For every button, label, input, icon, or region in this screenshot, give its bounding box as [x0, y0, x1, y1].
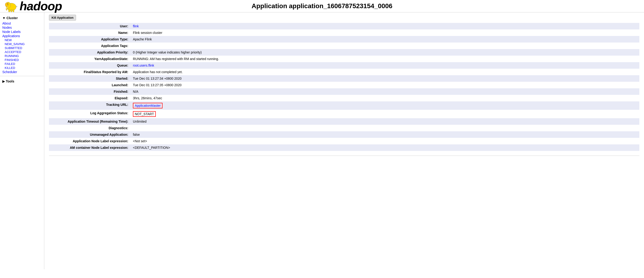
table-row: FinalStatus Reported by AM: Application …: [49, 69, 639, 75]
row-value: flink: [130, 23, 639, 30]
sidebar: ▼ Cluster About Nodes Node Labels Applic…: [0, 12, 44, 269]
footer-divider: [49, 156, 639, 156]
row-value: <DEFAULT_PARTITION>: [130, 144, 639, 151]
table-row: Application Priority: 0 (Higher Integer …: [49, 49, 639, 56]
table-row: Finished: N/A: [49, 88, 639, 95]
sidebar-item-nodes[interactable]: Nodes: [2, 26, 42, 30]
sidebar-item-finished[interactable]: FINISHED: [5, 58, 42, 62]
row-label: Started:: [49, 75, 130, 82]
row-value: [130, 43, 639, 49]
row-value: Application has not completed yet.: [130, 69, 639, 75]
row-value-tracking-url: ApplicationMaster: [130, 101, 639, 110]
sidebar-item-new[interactable]: NEW: [5, 38, 42, 42]
row-label: Unmanaged Application:: [49, 131, 130, 138]
table-row: Diagnostics:: [49, 125, 639, 131]
table-row: Started: Tue Dec 01 13:27:34 +0800 2020: [49, 75, 639, 82]
table-row: Application Node Label expression: <Not …: [49, 138, 639, 144]
sidebar-item-accepted[interactable]: ACCEPTED: [5, 50, 42, 54]
row-value: Unlimited: [130, 118, 639, 125]
row-value: Tue Dec 01 13:27:35 +0800 2020: [130, 82, 639, 88]
table-row: Unmanaged Application: false: [49, 131, 639, 138]
log-status-value: NOT_START: [135, 112, 154, 116]
kill-application-button[interactable]: Kill Application: [49, 15, 76, 21]
row-value: false: [130, 131, 639, 138]
main-content: Kill Application User: flink Name: Flink…: [44, 12, 644, 269]
sidebar-divider: [0, 76, 44, 76]
table-row: Launched: Tue Dec 01 13:27:35 +0800 2020: [49, 82, 639, 88]
sidebar-item-applications[interactable]: Applications: [2, 34, 42, 38]
hadoop-elephant-icon: [5, 0, 19, 13]
row-value: <Not set>: [130, 138, 639, 144]
row-value: Apache Flink: [130, 36, 639, 43]
header: hadoop Application application_160678752…: [0, 0, 644, 12]
row-value-log-status: NOT_START: [130, 110, 639, 118]
cluster-label: Cluster: [6, 16, 18, 20]
table-row: User: flink: [49, 23, 639, 30]
row-label: AM container Node Label expression:: [49, 144, 130, 151]
row-label: Application Node Label expression:: [49, 138, 130, 144]
svg-point-2: [5, 3, 8, 7]
logo-area: hadoop: [5, 0, 62, 13]
row-label: Tracking URL:: [49, 101, 130, 110]
row-label: YarnApplicationState:: [49, 56, 130, 62]
sidebar-item-killed[interactable]: KILLED: [5, 66, 42, 70]
scheduler-nav: Scheduler: [0, 70, 44, 74]
row-label: Queue:: [49, 62, 130, 69]
row-label: Application Type:: [49, 36, 130, 43]
row-label: Elapsed:: [49, 95, 130, 101]
queue-link[interactable]: root.users.flink: [133, 64, 154, 67]
page-title: Application application_1606787523154_00…: [252, 2, 392, 10]
tools-label: Tools: [6, 79, 14, 83]
row-label: FinalStatus Reported by AM:: [49, 69, 130, 75]
row-label: Application Priority:: [49, 49, 130, 56]
row-value: Flink session cluster: [130, 30, 639, 36]
sidebar-item-running[interactable]: RUNNING: [5, 54, 42, 58]
row-value: Tue Dec 01 13:27:34 +0800 2020: [130, 75, 639, 82]
svg-rect-4: [9, 10, 10, 12]
cluster-arrow-icon: ▼: [2, 16, 6, 20]
row-value: [130, 125, 639, 131]
row-label: Log Aggregation Status:: [49, 110, 130, 118]
row-label: Finished:: [49, 88, 130, 95]
application-info-table: User: flink Name: Flink session cluster …: [49, 23, 639, 151]
hadoop-logo-text: hadoop: [20, 0, 62, 13]
row-label: Name:: [49, 30, 130, 36]
row-label: Application Tags:: [49, 43, 130, 49]
row-value: RUNNING: AM has registered with RM and s…: [130, 56, 639, 62]
sidebar-item-failed[interactable]: FAILED: [5, 62, 42, 66]
tools-arrow-icon: ▶: [2, 79, 5, 83]
sidebar-item-submitted[interactable]: SUBMITTED: [5, 46, 42, 50]
row-label: Launched:: [49, 82, 130, 88]
svg-rect-5: [11, 10, 12, 12]
tracking-url-link[interactable]: ApplicationMaster: [135, 104, 161, 107]
svg-point-3: [8, 4, 8, 5]
table-row: Application Tags:: [49, 43, 639, 49]
table-row: Tracking URL: ApplicationMaster: [49, 101, 639, 110]
cluster-nav: About Nodes Node Labels Applications: [0, 21, 44, 38]
cluster-section-header[interactable]: ▼ Cluster: [0, 15, 44, 21]
tools-section-header[interactable]: ▶ Tools: [0, 78, 44, 85]
sidebar-item-about[interactable]: About: [2, 21, 42, 26]
hadoop-logo: hadoop: [5, 0, 62, 13]
table-row: Name: Flink session cluster: [49, 30, 639, 36]
layout: ▼ Cluster About Nodes Node Labels Applic…: [0, 12, 644, 269]
table-row: Queue: root.users.flink: [49, 62, 639, 69]
row-label: User:: [49, 23, 130, 30]
table-row: Application Timeout (Remaining Time): Un…: [49, 118, 639, 125]
table-row: AM container Node Label expression: <DEF…: [49, 144, 639, 151]
applications-sub-nav: NEW NEW_SAVING SUBMITTED ACCEPTED RUNNIN…: [0, 38, 44, 70]
user-link[interactable]: flink: [133, 24, 139, 28]
sidebar-item-new-saving[interactable]: NEW_SAVING: [5, 42, 42, 46]
row-value: root.users.flink: [130, 62, 639, 69]
table-row: YarnApplicationState: RUNNING: AM has re…: [49, 56, 639, 62]
row-value: 3hrs, 26mins, 47sec: [130, 95, 639, 101]
log-status-redbox: NOT_START: [133, 111, 156, 117]
row-label: Application Timeout (Remaining Time):: [49, 118, 130, 125]
sidebar-item-node-labels[interactable]: Node Labels: [2, 30, 42, 34]
row-label: Diagnostics:: [49, 125, 130, 131]
row-value: N/A: [130, 88, 639, 95]
table-row: Elapsed: 3hrs, 26mins, 47sec: [49, 95, 639, 101]
svg-rect-6: [13, 10, 14, 12]
sidebar-item-scheduler[interactable]: Scheduler: [2, 70, 42, 74]
row-value: 0 (Higher Integer value indicates higher…: [130, 49, 639, 56]
